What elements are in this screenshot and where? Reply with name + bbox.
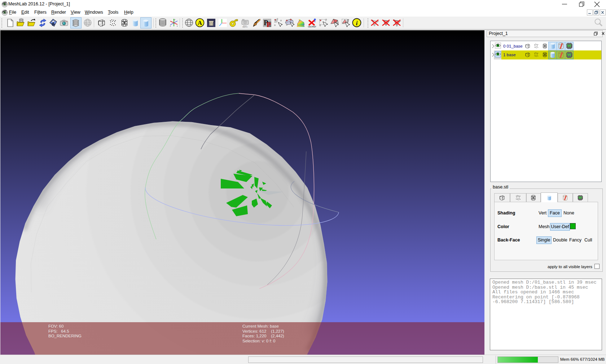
svg-text:Alignment: Alignment xyxy=(242,26,247,28)
svg-text:y: y xyxy=(175,18,176,21)
svg-text:A: A xyxy=(198,19,202,26)
svg-text:x: x xyxy=(177,25,178,27)
svg-text:P: P xyxy=(267,21,271,28)
svg-text:i: i xyxy=(356,20,358,27)
svg-text:z: z xyxy=(170,25,171,27)
svg-text:GEOREF: GEOREF xyxy=(308,26,316,28)
